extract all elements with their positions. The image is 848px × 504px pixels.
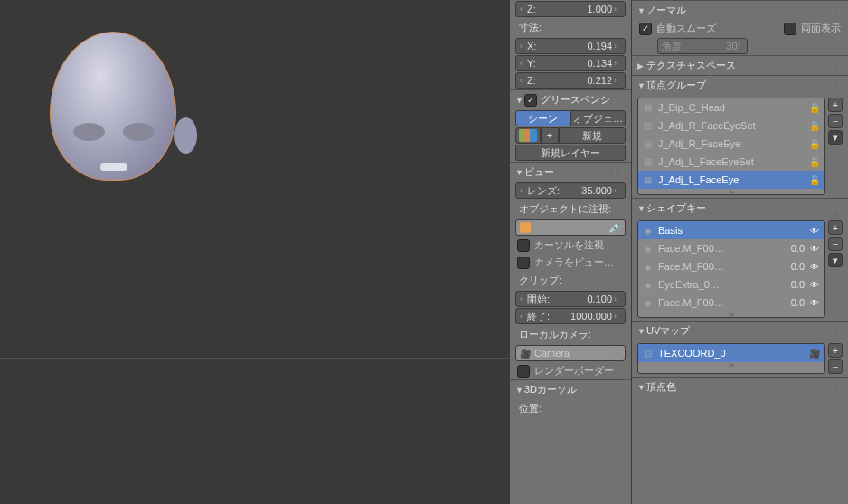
normals-header[interactable]: ▼ノーマル⋮⋮ xyxy=(632,0,848,20)
specials-menu-button[interactable]: ▾ xyxy=(828,130,843,145)
active-render-icon[interactable] xyxy=(808,347,821,359)
vertex-groups-header[interactable]: ▼頂点グループ⋮⋮ xyxy=(632,75,848,95)
mesh-object-head[interactable] xyxy=(50,32,203,221)
remove-button[interactable]: − xyxy=(828,237,843,251)
camera-to-view-label: カメラをビュー… xyxy=(534,256,614,269)
list-item[interactable]: J_Adj_L_FaceEye xyxy=(638,171,824,189)
dim-x-field[interactable]: ‹X: 0.194› xyxy=(515,38,626,54)
pencil-icon xyxy=(519,129,537,142)
lens-field[interactable]: ‹レンズ: 35.000› xyxy=(515,182,626,199)
lock-icon[interactable] xyxy=(808,155,821,168)
gp-scene-button[interactable]: シーン xyxy=(515,110,570,126)
double-sided-label: 両面表示 xyxy=(801,22,841,35)
eye-icon[interactable] xyxy=(808,278,821,291)
object-icon xyxy=(520,222,531,233)
auto-smooth-label: 自動スムーズ xyxy=(656,22,779,35)
cursor-focus-checkbox[interactable] xyxy=(517,239,530,252)
remove-button[interactable]: − xyxy=(828,359,843,374)
shape-keys-header[interactable]: ▼シェイプキー⋮⋮ xyxy=(632,198,848,218)
clip-end-field[interactable]: ‹終了: 1000.000› xyxy=(515,308,626,324)
gp-enable-checkbox[interactable] xyxy=(524,94,537,107)
resize-grip[interactable]: ═ xyxy=(638,189,824,194)
resize-grip[interactable]: ═ xyxy=(638,362,824,368)
clip-label: クリップ: xyxy=(510,271,631,290)
clear-icon[interactable]: × xyxy=(610,348,621,359)
grease-pencil-header[interactable]: ▼ グリースペンシ ⋮⋮ xyxy=(510,89,631,109)
shape-keys-list[interactable]: Basis Face.M_F00…0.0 Face.M_F00…0.0 EyeE… xyxy=(637,220,825,318)
gp-new-layer-button[interactable]: 新規レイヤー xyxy=(515,145,626,161)
dim-z-field[interactable]: ‹Z: 0.212› xyxy=(515,72,626,89)
gp-color-button[interactable] xyxy=(515,127,541,144)
cursor-3d-header[interactable]: ▼3Dカーソル⋮⋮ xyxy=(510,379,631,399)
eye-icon[interactable] xyxy=(808,224,821,237)
list-item[interactable]: Face.M_F00…0.0 xyxy=(638,257,824,275)
vertex-group-icon xyxy=(642,101,655,114)
vertex-colors-header[interactable]: ▼頂点色⋮⋮ xyxy=(632,377,848,397)
eye-icon[interactable] xyxy=(808,296,821,309)
list-item[interactable]: TEXCOORD_0 xyxy=(638,344,824,362)
eyedropper-icon[interactable]: 💉 xyxy=(608,222,621,234)
cursor-pos-label: 位置: xyxy=(510,399,631,418)
cursor-focus-label: カーソルを注視 xyxy=(534,238,604,252)
resize-grip[interactable]: ═ xyxy=(638,312,824,317)
vertex-groups-list[interactable]: J_Bip_C_Head J_Adj_R_FaceEyeSet J_Adj_R_… xyxy=(637,98,825,195)
grip-icon[interactable]: ⋮⋮ xyxy=(611,96,626,104)
add-button[interactable]: + xyxy=(828,98,843,112)
texture-space-header[interactable]: ▶テクスチャスペース⋮⋮ xyxy=(632,55,848,75)
gp-add-button[interactable]: + xyxy=(541,127,559,144)
double-sided-checkbox[interactable] xyxy=(784,23,796,35)
clip-start-field[interactable]: ‹開始: 0.100› xyxy=(515,291,626,307)
add-button[interactable]: + xyxy=(828,343,843,358)
list-item[interactable]: Face.M_F00…0.0 xyxy=(638,239,824,257)
lock-icon[interactable] xyxy=(808,137,821,150)
remove-button[interactable]: − xyxy=(828,114,843,128)
gp-new-button[interactable]: 新規 xyxy=(559,127,626,144)
list-item[interactable]: Basis xyxy=(638,221,824,239)
local-camera-label: ローカルカメラ: xyxy=(510,325,631,344)
lock-icon[interactable] xyxy=(808,173,821,186)
viewport-3d[interactable] xyxy=(0,0,509,504)
focus-object-field[interactable]: 💉 xyxy=(515,219,626,236)
list-item[interactable]: J_Adj_R_FaceEye xyxy=(638,135,824,153)
list-item[interactable]: J_Adj_L_FaceEyeSet xyxy=(638,153,824,171)
n-panel: ‹ Z: 1.000 › 寸法: ‹X: 0.194› ‹Y: 0.134› ‹… xyxy=(509,0,631,504)
chevron-right-icon[interactable]: › xyxy=(614,5,621,14)
grid-floor xyxy=(0,358,509,359)
local-camera-field[interactable]: Camera × xyxy=(515,345,626,361)
list-item[interactable]: EyeExtra_0…0.0 xyxy=(638,275,824,294)
focus-object-label: オブジェクトに注視: xyxy=(510,200,631,219)
eye-icon[interactable] xyxy=(808,260,821,273)
auto-smooth-checkbox[interactable] xyxy=(639,23,652,35)
camera-to-view-checkbox[interactable] xyxy=(517,257,530,269)
render-border-checkbox[interactable] xyxy=(517,365,530,378)
uv-icon xyxy=(642,347,655,359)
list-item[interactable]: Face.M_F00…0.0 xyxy=(638,294,824,312)
gp-object-button[interactable]: オブジェ… xyxy=(570,110,626,126)
properties-panel: ▼ノーマル⋮⋮ 自動スムーズ 両面表示 角度: 30° ▶テクスチャスペース⋮⋮… xyxy=(631,0,848,504)
specials-menu-button[interactable]: ▾ xyxy=(828,253,843,267)
uv-maps-list[interactable]: TEXCOORD_0 ═ xyxy=(637,343,825,374)
chevron-left-icon[interactable]: ‹ xyxy=(520,5,527,14)
dimensions-label: 寸法: xyxy=(510,18,631,37)
render-border-label: レンダーボーダー xyxy=(534,364,614,378)
scale-z-field[interactable]: ‹ Z: 1.000 › xyxy=(515,1,626,17)
view-header[interactable]: ▼ビュー⋮⋮ xyxy=(510,162,631,182)
dim-y-field[interactable]: ‹Y: 0.134› xyxy=(515,55,626,71)
camera-icon xyxy=(520,348,531,359)
triangle-down-icon: ▼ xyxy=(515,96,524,105)
lock-icon[interactable] xyxy=(808,119,821,132)
triangle-right-icon: ▶ xyxy=(637,61,646,70)
uv-maps-header[interactable]: ▼UVマップ⋮⋮ xyxy=(632,321,848,341)
angle-field[interactable]: 角度: 30° xyxy=(657,38,748,54)
list-item[interactable]: J_Bip_C_Head xyxy=(638,98,824,117)
eye-icon[interactable] xyxy=(808,242,821,255)
shape-key-icon xyxy=(642,224,655,237)
lock-icon[interactable] xyxy=(808,101,821,114)
add-button[interactable]: + xyxy=(828,220,843,235)
list-item[interactable]: J_Adj_R_FaceEyeSet xyxy=(638,117,824,135)
